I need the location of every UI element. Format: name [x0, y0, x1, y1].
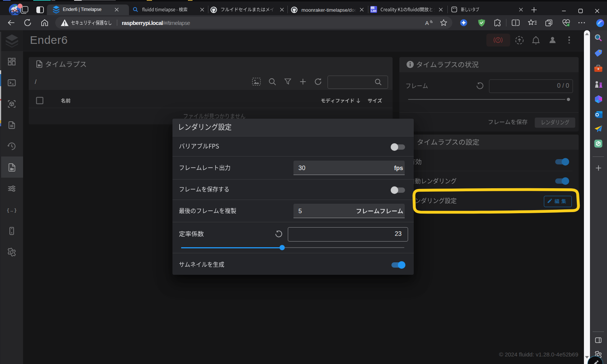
- svg-text:Lab: Lab: [371, 9, 376, 12]
- svg-text:R-SKY: R-SKY: [370, 7, 375, 9]
- svg-text:A: A: [425, 20, 429, 26]
